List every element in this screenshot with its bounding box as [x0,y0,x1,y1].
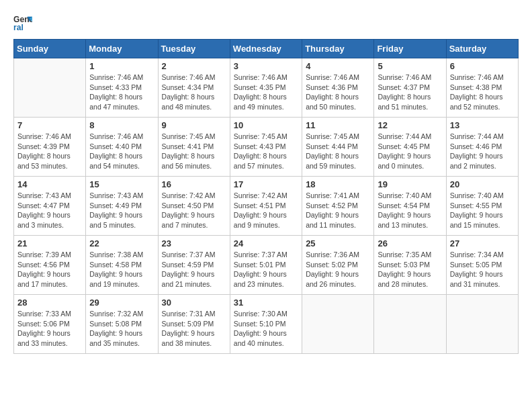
day-info: Sunrise: 7:46 AMSunset: 4:34 PMDaylight:… [162,73,226,112]
day-number: 10 [234,120,298,130]
day-info: Sunrise: 7:46 AMSunset: 4:39 PMDaylight:… [17,132,82,171]
header-cell-saturday: Saturday [446,40,518,58]
header-cell-friday: Friday [374,40,446,58]
day-cell [302,295,374,354]
day-number: 16 [162,179,226,189]
day-cell: 29Sunrise: 7:32 AMSunset: 5:08 PMDayligh… [86,295,158,354]
calendar-header: SundayMondayTuesdayWednesdayThursdayFrid… [14,40,519,58]
header-cell-thursday: Thursday [302,40,374,58]
day-info: Sunrise: 7:45 AMSunset: 4:43 PMDaylight:… [234,132,298,171]
week-row-5: 28Sunrise: 7:33 AMSunset: 5:06 PMDayligh… [14,295,519,354]
day-cell: 21Sunrise: 7:39 AMSunset: 4:56 PMDayligh… [14,236,86,295]
day-number: 12 [378,120,442,130]
day-number: 14 [17,179,82,189]
day-number: 30 [162,298,226,308]
day-cell: 6Sunrise: 7:46 AMSunset: 4:38 PMDaylight… [446,58,518,118]
day-number: 3 [234,61,298,71]
day-info: Sunrise: 7:44 AMSunset: 4:45 PMDaylight:… [378,132,442,171]
day-cell: 16Sunrise: 7:42 AMSunset: 4:50 PMDayligh… [158,177,230,236]
day-number: 20 [450,179,515,189]
day-cell: 15Sunrise: 7:43 AMSunset: 4:49 PMDayligh… [86,177,158,236]
week-row-3: 14Sunrise: 7:43 AMSunset: 4:47 PMDayligh… [14,177,519,236]
day-number: 4 [306,61,370,71]
day-info: Sunrise: 7:42 AMSunset: 4:50 PMDaylight:… [162,191,226,230]
day-cell: 1Sunrise: 7:46 AMSunset: 4:33 PMDaylight… [86,58,158,118]
header-cell-wednesday: Wednesday [230,40,302,58]
day-number: 11 [306,120,370,130]
day-cell: 27Sunrise: 7:34 AMSunset: 5:05 PMDayligh… [446,236,518,295]
day-info: Sunrise: 7:46 AMSunset: 4:35 PMDaylight:… [234,73,298,112]
day-cell [14,58,86,118]
day-number: 6 [450,61,515,71]
day-number: 9 [162,120,226,130]
day-info: Sunrise: 7:44 AMSunset: 4:46 PMDaylight:… [450,132,515,171]
calendar-table: SundayMondayTuesdayWednesdayThursdayFrid… [13,39,519,354]
day-number: 25 [306,238,370,248]
header-cell-monday: Monday [86,40,158,58]
day-info: Sunrise: 7:30 AMSunset: 5:10 PMDaylight:… [234,309,298,349]
day-number: 23 [162,238,226,248]
svg-text:ral: ral [13,23,24,32]
day-info: Sunrise: 7:45 AMSunset: 4:44 PMDaylight:… [306,132,370,171]
day-cell [374,295,446,354]
day-info: Sunrise: 7:40 AMSunset: 4:54 PMDaylight:… [378,191,442,230]
day-number: 27 [450,238,515,248]
day-info: Sunrise: 7:43 AMSunset: 4:47 PMDaylight:… [17,191,82,230]
day-number: 2 [162,61,226,71]
header-cell-sunday: Sunday [14,40,86,58]
day-info: Sunrise: 7:32 AMSunset: 5:08 PMDaylight:… [89,309,154,349]
day-number: 31 [234,298,298,308]
day-info: Sunrise: 7:46 AMSunset: 4:38 PMDaylight:… [450,73,515,112]
day-cell: 19Sunrise: 7:40 AMSunset: 4:54 PMDayligh… [374,177,446,236]
day-info: Sunrise: 7:39 AMSunset: 4:56 PMDaylight:… [17,250,82,289]
day-cell: 10Sunrise: 7:45 AMSunset: 4:43 PMDayligh… [230,118,302,177]
day-cell: 5Sunrise: 7:46 AMSunset: 4:37 PMDaylight… [374,58,446,118]
day-cell: 7Sunrise: 7:46 AMSunset: 4:39 PMDaylight… [14,118,86,177]
logo: Gene ral [13,13,35,32]
day-cell: 2Sunrise: 7:46 AMSunset: 4:34 PMDaylight… [158,58,230,118]
day-info: Sunrise: 7:37 AMSunset: 4:59 PMDaylight:… [162,250,226,289]
day-number: 7 [17,120,82,130]
day-info: Sunrise: 7:46 AMSunset: 4:33 PMDaylight:… [89,73,154,112]
day-number: 18 [306,179,370,189]
day-cell: 28Sunrise: 7:33 AMSunset: 5:06 PMDayligh… [14,295,86,354]
day-info: Sunrise: 7:40 AMSunset: 4:55 PMDaylight:… [450,191,515,230]
day-info: Sunrise: 7:37 AMSunset: 5:01 PMDaylight:… [234,250,298,289]
day-info: Sunrise: 7:33 AMSunset: 5:06 PMDaylight:… [17,309,82,349]
day-cell: 12Sunrise: 7:44 AMSunset: 4:45 PMDayligh… [374,118,446,177]
day-info: Sunrise: 7:42 AMSunset: 4:51 PMDaylight:… [234,191,298,230]
day-cell: 30Sunrise: 7:31 AMSunset: 5:09 PMDayligh… [158,295,230,354]
day-info: Sunrise: 7:45 AMSunset: 4:41 PMDaylight:… [162,132,226,171]
week-row-1: 1Sunrise: 7:46 AMSunset: 4:33 PMDaylight… [14,58,519,118]
day-info: Sunrise: 7:46 AMSunset: 4:37 PMDaylight:… [378,73,442,112]
day-cell [446,295,518,354]
header-row: SundayMondayTuesdayWednesdayThursdayFrid… [14,40,519,58]
week-row-4: 21Sunrise: 7:39 AMSunset: 4:56 PMDayligh… [14,236,519,295]
day-number: 22 [89,238,154,248]
day-cell: 14Sunrise: 7:43 AMSunset: 4:47 PMDayligh… [14,177,86,236]
day-number: 21 [17,238,82,248]
day-cell: 17Sunrise: 7:42 AMSunset: 4:51 PMDayligh… [230,177,302,236]
day-cell: 25Sunrise: 7:36 AMSunset: 5:02 PMDayligh… [302,236,374,295]
day-cell: 3Sunrise: 7:46 AMSunset: 4:35 PMDaylight… [230,58,302,118]
calendar-body: 1Sunrise: 7:46 AMSunset: 4:33 PMDaylight… [14,58,519,354]
day-cell: 20Sunrise: 7:40 AMSunset: 4:55 PMDayligh… [446,177,518,236]
day-number: 5 [378,61,442,71]
day-cell: 18Sunrise: 7:41 AMSunset: 4:52 PMDayligh… [302,177,374,236]
day-number: 15 [89,179,154,189]
day-info: Sunrise: 7:38 AMSunset: 4:58 PMDaylight:… [89,250,154,289]
day-info: Sunrise: 7:46 AMSunset: 4:40 PMDaylight:… [89,132,154,171]
day-cell: 26Sunrise: 7:35 AMSunset: 5:03 PMDayligh… [374,236,446,295]
day-info: Sunrise: 7:31 AMSunset: 5:09 PMDaylight:… [162,309,226,349]
day-number: 13 [450,120,515,130]
day-number: 1 [89,61,154,71]
page-header: Gene ral [13,13,519,32]
day-info: Sunrise: 7:43 AMSunset: 4:49 PMDaylight:… [89,191,154,230]
day-cell: 24Sunrise: 7:37 AMSunset: 5:01 PMDayligh… [230,236,302,295]
day-number: 17 [234,179,298,189]
day-cell: 13Sunrise: 7:44 AMSunset: 4:46 PMDayligh… [446,118,518,177]
header-cell-tuesday: Tuesday [158,40,230,58]
logo-icon: Gene ral [13,13,32,32]
day-number: 8 [89,120,154,130]
day-info: Sunrise: 7:35 AMSunset: 5:03 PMDaylight:… [378,250,442,289]
